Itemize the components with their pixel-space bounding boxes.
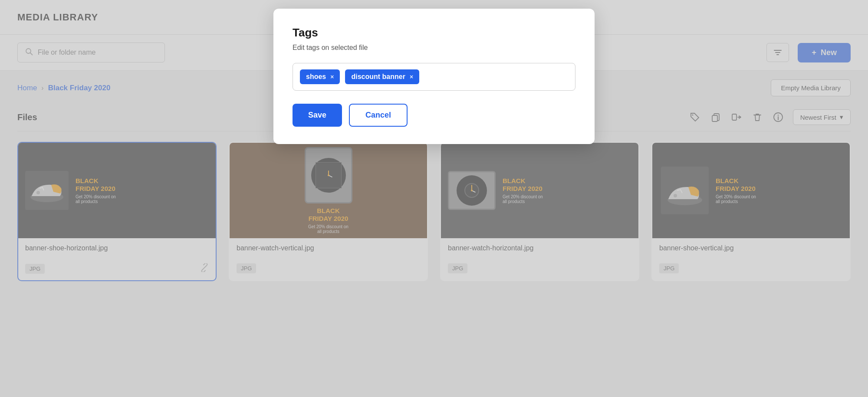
tag-chip-shoes[interactable]: shoes × — [300, 69, 340, 84]
cancel-button[interactable]: Cancel — [349, 104, 408, 127]
tag-remove-shoes[interactable]: × — [330, 73, 334, 80]
tag-chip-discount-banner[interactable]: discount banner × — [345, 69, 419, 84]
modal-overlay: Tags Edit tags on selected file shoes × … — [0, 0, 868, 397]
tags-input-area[interactable]: shoes × discount banner × — [293, 63, 575, 91]
tag-label-discount: discount banner — [351, 73, 405, 81]
tags-modal: Tags Edit tags on selected file shoes × … — [273, 9, 595, 144]
tag-remove-discount[interactable]: × — [410, 73, 413, 80]
modal-subtitle: Edit tags on selected file — [293, 44, 575, 52]
modal-actions: Save Cancel — [293, 104, 575, 127]
save-button[interactable]: Save — [293, 104, 342, 127]
modal-title: Tags — [293, 26, 575, 39]
tag-label-shoes: shoes — [306, 73, 326, 81]
main-container: MEDIA LIBRARY + New — [0, 0, 868, 397]
